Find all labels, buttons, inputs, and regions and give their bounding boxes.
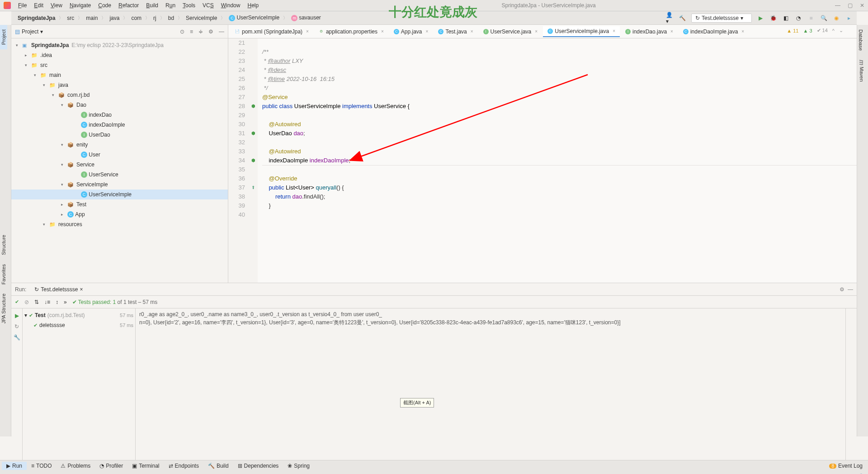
typo-indicator[interactable]: ✔ 14 [817, 28, 828, 33]
menu-file[interactable]: File [14, 1, 30, 9]
stop-icon[interactable]: ■ [807, 14, 815, 22]
menu-code[interactable]: Code [94, 1, 115, 9]
run-icon[interactable]: ▶ [756, 14, 764, 22]
crumb-com[interactable]: com [128, 14, 144, 22]
bean-icon[interactable]: ⬢ [249, 156, 258, 165]
tree-userdao[interactable]: I UserDao [11, 130, 228, 140]
rerun-icon[interactable]: ▶ [11, 310, 22, 321]
crumb-project[interactable]: SpringdateJpa [15, 14, 58, 22]
bottom-tab-endpoints[interactable]: ⇄ Endpoints [164, 462, 203, 470]
run-hide-icon[interactable]: — [848, 286, 853, 293]
test-tree[interactable]: ▾✔Test (com.rj.bd.Test)57 ms ✔deletsssse… [23, 308, 136, 460]
bottom-tab-dependencies[interactable]: ⊞ Dependencies [233, 462, 283, 470]
left-tab-structure[interactable]: Structure [0, 230, 7, 260]
menu-refactor[interactable]: Refactor [115, 1, 142, 9]
profile-icon[interactable]: ◔ [794, 14, 802, 22]
crumb-rj[interactable]: rj [151, 14, 159, 22]
bottom-tab-profiler[interactable]: ◔ Profiler [95, 462, 127, 470]
bottom-tab-build[interactable]: 🔨 Build [203, 462, 233, 470]
tree-idea[interactable]: ▸📁.idea [11, 50, 228, 60]
minimize-button[interactable]: — [835, 2, 840, 9]
menu-view[interactable]: View [47, 1, 66, 9]
left-tab-project[interactable]: Project [0, 25, 7, 49]
right-tab-database[interactable]: Database [857, 25, 864, 55]
event-log[interactable]: 8Event Log [826, 462, 866, 470]
expand-icon[interactable]: ↕ [56, 299, 58, 305]
tree-src[interactable]: ▾📁src [11, 60, 228, 70]
run-tab[interactable]: ↻ Test.deletsssse × [32, 285, 85, 294]
test-child[interactable]: ✔deletsssse57 ms [24, 320, 133, 330]
tree-app[interactable]: ▸C App [11, 209, 228, 219]
tree-resources[interactable]: ▾📁resources [11, 219, 228, 229]
user-icon[interactable]: 👤▾ [666, 14, 674, 22]
run-config-dropdown[interactable]: ↻ Test.deletsssse ▾ [691, 14, 752, 23]
select-opened-icon[interactable]: ⊙ [180, 28, 184, 35]
failed-icon[interactable]: ⊘ [24, 299, 29, 305]
tree-root[interactable]: ▾▣SpringdateJpaE:\my eclisp 2022-3-23\Sp… [11, 40, 228, 50]
tree-service[interactable]: ▾📦Service [11, 160, 228, 170]
refresh-icon[interactable]: ↻ [11, 321, 22, 332]
crumb-src[interactable]: src [64, 14, 77, 22]
impl-icon[interactable]: ⬢ [249, 102, 258, 111]
tree-main[interactable]: ▾📁main [11, 70, 228, 80]
run-settings-icon[interactable]: ⚙ [840, 286, 844, 293]
menu-tools[interactable]: Tools [179, 1, 199, 9]
crumb-serviceimple[interactable]: ServiceImple [183, 14, 220, 22]
tree-indexdao[interactable]: I indexDao [11, 110, 228, 120]
ok-indicator[interactable]: ▲ 3 [803, 28, 812, 33]
settings-icon[interactable]: ⚙ [208, 28, 213, 35]
tab-userserviceimple[interactable]: CUserServiceImple.java× [543, 26, 620, 37]
check-icon[interactable]: ✔ [15, 299, 19, 305]
tab-app-props[interactable]: ⚙application.properties× [314, 27, 388, 37]
code-content[interactable]: /** * @author LXY * @desc * @time 2022-1… [258, 38, 857, 283]
tab-indexdao[interactable]: IindexDao.java× [621, 27, 678, 37]
expand-all-icon[interactable]: ≡ [190, 28, 193, 35]
tab-userservice[interactable]: IUserService.java× [479, 27, 542, 37]
menu-edit[interactable]: Edit [30, 1, 47, 9]
bottom-tab-spring[interactable]: ❀ Spring [283, 462, 314, 470]
tree-indexdaoimple[interactable]: C indexDaoImple [11, 120, 228, 130]
crumb-method[interactable]: msavauser [288, 14, 324, 22]
crumb-java[interactable]: java [107, 14, 122, 22]
build-icon[interactable]: 🔨 [679, 14, 687, 22]
updates-icon[interactable]: ◉ [832, 14, 840, 22]
bottom-tab-run[interactable]: ▶ Run [2, 462, 27, 470]
crumb-main[interactable]: main [83, 14, 100, 22]
crumb-class[interactable]: CUserServiceImple [226, 14, 282, 22]
debug-icon[interactable]: 🐞 [769, 14, 777, 22]
tab-pom[interactable]: 📄pom.xml (SpringdateJpa)× [230, 27, 313, 37]
sort2-icon[interactable]: ↓≡ [44, 299, 50, 305]
coverage-icon[interactable]: ◧ [782, 14, 790, 22]
wrench-icon[interactable]: 🔧 [11, 332, 22, 343]
tree-test[interactable]: ▸📦Test [11, 199, 228, 209]
project-view-label[interactable]: Project ▾ [22, 28, 180, 35]
close-button[interactable]: ✕ [860, 2, 864, 9]
menu-vcs[interactable]: VCS [199, 1, 217, 9]
tab-indexdaoimple[interactable]: CindexDaoImple.java× [679, 27, 749, 37]
tab-app[interactable]: CApp.java× [389, 27, 433, 37]
tree-userserviceimple[interactable]: C UserServiceImple [11, 190, 228, 199]
tab-test[interactable]: CTest.java× [434, 27, 477, 37]
tree-java[interactable]: ▾📁java [11, 80, 228, 90]
menu-build[interactable]: Build [142, 1, 162, 9]
right-tab-maven[interactable]: m Maven [857, 55, 866, 86]
project-tree[interactable]: ▾▣SpringdateJpaE:\my eclisp 2022-3-23\Sp… [11, 38, 228, 283]
tree-user[interactable]: C User [11, 150, 228, 160]
bottom-tab-todo[interactable]: ≡ TODO [27, 462, 56, 470]
menu-navigate[interactable]: Navigate [66, 1, 94, 9]
menu-window[interactable]: Window [217, 1, 244, 9]
sort-icon[interactable]: ⇅ [34, 299, 39, 305]
left-tab-favorites[interactable]: Favorites [0, 260, 7, 289]
console-output[interactable]: r0_.age as age2_0_, user0_.name as name3… [136, 308, 845, 460]
prev-highlight-icon[interactable]: ^ [832, 28, 835, 33]
maximize-button[interactable]: ▢ [848, 2, 853, 9]
hide-icon[interactable]: — [219, 28, 224, 35]
close-icon[interactable]: × [306, 29, 309, 34]
tree-dao[interactable]: ▾📦Dao [11, 100, 228, 110]
search-icon[interactable]: 🔍 [820, 14, 828, 22]
tree-enity[interactable]: ▾📦enity [11, 140, 228, 150]
collapse-all-icon[interactable]: ≑ [198, 28, 203, 35]
next-highlight-icon[interactable]: ⌄ [839, 28, 843, 33]
bean-icon[interactable]: ⬢ [249, 129, 258, 138]
test-root[interactable]: ▾✔Test (com.rj.bd.Test)57 ms [24, 310, 133, 320]
